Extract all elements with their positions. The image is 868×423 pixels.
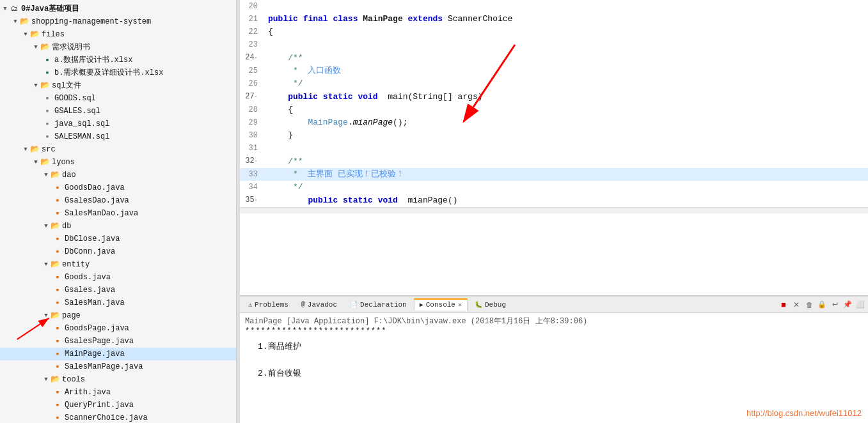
tree-item-salesman-sql[interactable]: SALESMAN.sql bbox=[0, 130, 236, 143]
tree-item-goods-sql[interactable]: GOODS.sql bbox=[0, 92, 236, 105]
tab-console-label: Console bbox=[426, 301, 455, 309]
arrow-entity bbox=[42, 261, 50, 268]
line-num-33: 33 bbox=[240, 168, 263, 181]
tab-declaration[interactable]: 📄 Declaration bbox=[344, 299, 413, 311]
label-files: files bbox=[42, 29, 65, 40]
code-text-25: * 入口函数 bbox=[263, 65, 341, 77]
java-gsales-icon bbox=[52, 285, 63, 295]
label-gsales: Gsales.java bbox=[65, 284, 115, 296]
tree-item-arith[interactable]: Arith.java bbox=[0, 386, 236, 399]
tree-item-gsalespage[interactable]: GsalesPage.java bbox=[0, 335, 236, 348]
h-scroll-area[interactable] bbox=[240, 207, 868, 213]
code-text-28: { bbox=[263, 104, 293, 116]
tree-item-scannerchoice[interactable]: ScannerChoice.java bbox=[0, 411, 236, 423]
code-line-28: 28 { bbox=[240, 104, 868, 116]
tree-item-a-xlsx[interactable]: a.数据库设计书.xlsx bbox=[0, 54, 236, 66]
tree-item-gsales[interactable]: Gsales.java bbox=[0, 284, 236, 296]
arrow-sql bbox=[32, 82, 40, 89]
tree-item-salesmandao[interactable]: SalesManDao.java bbox=[0, 207, 236, 220]
label-entity: entity bbox=[62, 259, 90, 270]
code-text-29: MainPage.mianPage(); bbox=[263, 116, 407, 129]
code-text-34: */ bbox=[263, 181, 303, 194]
tree-item-dao[interactable]: dao bbox=[0, 169, 236, 181]
tree-item-dbclose[interactable]: DbClose.java bbox=[0, 233, 236, 245]
code-line-34: 34 */ bbox=[240, 181, 868, 194]
label-xqsms: 需求说明书 bbox=[52, 42, 90, 53]
folder-lyons-icon bbox=[40, 157, 50, 167]
declaration-icon: 📄 bbox=[350, 301, 358, 309]
tree-item-xqsms[interactable]: 需求说明书 bbox=[0, 41, 236, 54]
java-goodsdao-icon bbox=[52, 183, 63, 193]
tab-javadoc[interactable]: @ Javadoc bbox=[296, 299, 343, 311]
label-mainpage: MainPage.java bbox=[65, 348, 125, 360]
terminate-button[interactable]: ✕ bbox=[791, 300, 801, 310]
pin-button[interactable]: 📌 bbox=[842, 300, 853, 310]
arrow-dao bbox=[42, 171, 50, 179]
tree-item-sms[interactable]: shopping-management-system bbox=[0, 15, 236, 28]
console-close-x[interactable]: ✕ bbox=[458, 301, 462, 309]
console-content[interactable]: MainPage [Java Application] F:\JDK\bin\j… bbox=[240, 313, 868, 423]
sql-goods-icon bbox=[42, 93, 52, 104]
tree-item-gsalesdao[interactable]: GsalesDao.java bbox=[0, 194, 236, 207]
tree-item-salesmanpage[interactable]: SalesManPage.java bbox=[0, 360, 236, 373]
tree-item-lyons[interactable]: lyons bbox=[0, 156, 236, 169]
code-line-30: 30 } bbox=[240, 129, 868, 142]
tree-item-queryprint[interactable]: QueryPrint.java bbox=[0, 399, 236, 411]
sidebar[interactable]: 🗂 0#Java基础项目 shopping-management-system … bbox=[0, 0, 237, 423]
tree-item-mainpage[interactable]: MainPage.java bbox=[0, 348, 236, 360]
label-gsalesdao: GsalesDao.java bbox=[65, 195, 129, 206]
tree-item-src[interactable]: src bbox=[0, 143, 236, 156]
code-line-26: 26 */ bbox=[240, 77, 868, 90]
clear-button[interactable]: 🗑 bbox=[804, 300, 814, 310]
label-sql: sql文件 bbox=[52, 80, 81, 91]
tree-item-entity[interactable]: entity bbox=[0, 258, 236, 271]
arrow-files bbox=[22, 31, 29, 38]
code-line-35: 35◦ public static void mianPage() bbox=[240, 194, 868, 207]
scroll-lock-button[interactable]: 🔒 bbox=[817, 300, 827, 310]
arrow-db bbox=[42, 222, 50, 230]
tree-item-dbconn[interactable]: DbConn.java bbox=[0, 245, 236, 258]
tab-problems[interactable]: ⚠ Problems bbox=[242, 299, 294, 311]
label-goodsdao: GoodsDao.java bbox=[65, 182, 125, 194]
code-text-24: /** bbox=[263, 52, 303, 65]
maximize-button[interactable]: ⬜ bbox=[855, 300, 865, 310]
label-tools: tools bbox=[62, 374, 85, 385]
code-text-30: } bbox=[263, 129, 293, 142]
folder-entity-icon bbox=[50, 259, 60, 270]
tree-item-goods[interactable]: Goods.java bbox=[0, 271, 236, 284]
tree-item-java-sql[interactable]: java_sql.sql bbox=[0, 118, 236, 130]
code-line-25: 25 * 入口函数 bbox=[240, 65, 868, 77]
stop-button[interactable]: ■ bbox=[778, 300, 789, 310]
tree-item-db[interactable]: db bbox=[0, 220, 236, 233]
code-editor[interactable]: 20 21 public final class MainPage extend… bbox=[240, 0, 868, 207]
folder-tools-icon bbox=[50, 374, 60, 385]
console-stars: *************************** bbox=[245, 327, 863, 335]
tree-item-goodspage[interactable]: GoodsPage.java bbox=[0, 322, 236, 335]
code-text-32: /** bbox=[263, 155, 303, 168]
code-text-22: { bbox=[263, 26, 273, 38]
problems-icon: ⚠ bbox=[248, 301, 252, 309]
tree-item-gsales-sql[interactable]: GSALES.sql bbox=[0, 105, 236, 118]
tree-item-salesman[interactable]: SalesMan.java bbox=[0, 296, 236, 309]
code-text-33: * 主界面 已实现！已校验！ bbox=[263, 168, 404, 181]
project-icon: 🗂 bbox=[9, 4, 19, 14]
label-src: src bbox=[42, 144, 56, 155]
java-salesmanpage-icon bbox=[52, 362, 63, 372]
tree-item-tools[interactable]: tools bbox=[0, 373, 236, 386]
tab-console[interactable]: ▶ Console ✕ bbox=[414, 298, 468, 311]
excel-a-icon bbox=[42, 55, 52, 65]
code-content: 20 21 public final class MainPage extend… bbox=[240, 0, 868, 207]
tree-item-files[interactable]: files bbox=[0, 28, 236, 41]
folder-xqsms-icon bbox=[40, 42, 50, 52]
tab-debug[interactable]: 🐛 Debug bbox=[469, 299, 512, 311]
code-text-21: public final class MainPage extends Scan… bbox=[263, 13, 512, 26]
label-page: page bbox=[62, 310, 81, 321]
tree-item-goodsdao[interactable]: GoodsDao.java bbox=[0, 181, 236, 194]
tree-root[interactable]: 🗂 0#Java基础项目 bbox=[0, 3, 236, 15]
tree-item-b-xlsx[interactable]: b.需求概要及详细设计书.xlsx bbox=[0, 66, 236, 79]
tree-item-page[interactable]: page bbox=[0, 309, 236, 322]
word-wrap-button[interactable]: ↩ bbox=[830, 300, 840, 310]
sql-salesman-icon bbox=[42, 132, 52, 142]
tree-item-sql[interactable]: sql文件 bbox=[0, 79, 236, 92]
project-label: 0#Java基础项目 bbox=[21, 3, 79, 15]
